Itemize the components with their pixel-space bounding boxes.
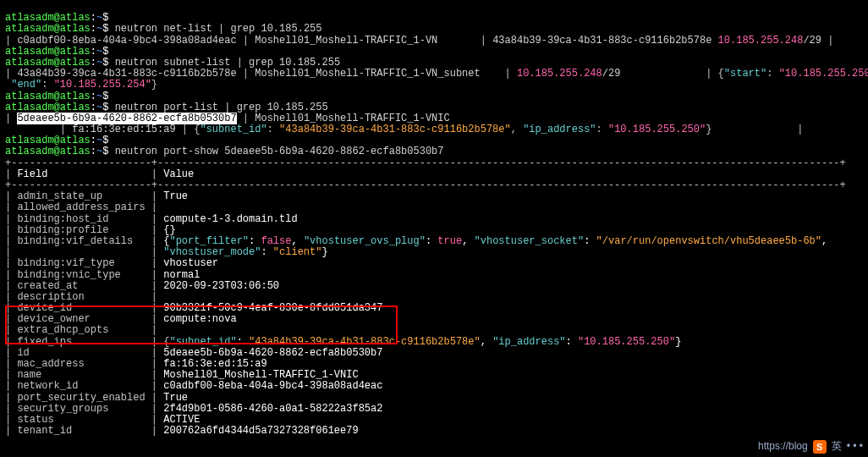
ime-badge-icon: S [813,440,827,454]
selected-port-id[interactable]: 5deaee5b-6b9a-4620-8862-ecfa8b0530b7 [17,113,236,124]
cmd-netlist: neutron net-list | grep 10.185.255 [115,23,322,35]
device-owner: compute:nova [163,313,236,325]
prompt-user: atlasadm@atlas [5,12,91,24]
col-field: Field [17,168,47,180]
device-id: 90b3321f-50c9-4eaf-830e-8fdd051da347 [163,302,382,314]
watermark-overlay: https://blog S 英 • • • [758,440,863,454]
overlay-dots: • • • [847,441,863,452]
watermark-url: https://blog [758,441,808,452]
ime-lang: 英 [832,441,842,452]
terminal-output[interactable]: atlasadm@atlas:~$ atlasadm@atlas:~$ neut… [0,0,868,438]
col-value: Value [163,168,194,180]
cmd-portlist: neutron port-list | grep 10.185.255 [115,102,328,113]
cmd-subnetlist: neutron subnet-list | grep 10.185.255 [115,57,340,69]
cmd-portshow: neutron port-show 5deaee5b-6b9a-4620-886… [115,146,444,157]
